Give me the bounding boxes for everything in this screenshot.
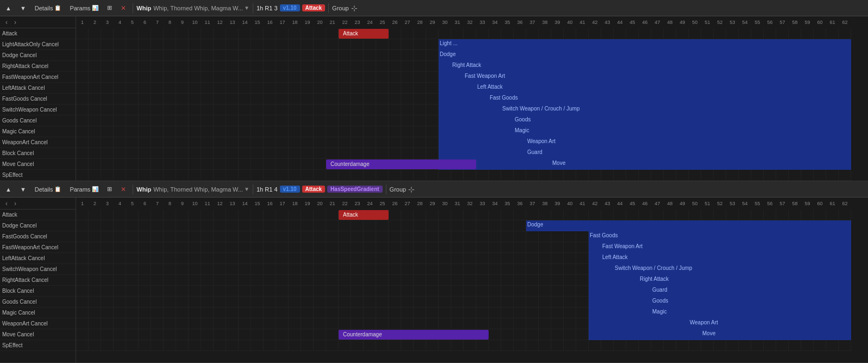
- chevron-down-icon-2: ▼: [20, 186, 26, 193]
- chevron-down-icon: ▼: [20, 5, 26, 11]
- panel-1-col-numbers: 1234567891011121314151617181920212223242…: [76, 16, 868, 28]
- collapse-down-btn-2[interactable]: ▼: [17, 183, 29, 195]
- timeline-row-12: [76, 340, 851, 351]
- attack-badge-1: Attack: [302, 4, 326, 11]
- col-num-7: 7: [151, 20, 164, 25]
- row-label-move-1: Move Cancel: [0, 159, 76, 170]
- panel-1: ▲ ▼ Details 📋 Params 📊 ⊞ ✕ Whip Whip,: [0, 0, 868, 181]
- grid-btn-2[interactable]: ⊞: [104, 183, 115, 195]
- row-label-attack-1: Attack: [0, 28, 76, 39]
- col-num-31: 31: [451, 201, 464, 206]
- row-label-attack-2: Attack: [0, 210, 76, 220]
- col-num-54: 54: [739, 20, 751, 25]
- attack-marker-1: Attack: [339, 29, 389, 39]
- collapse-up-btn-1[interactable]: ▲: [2, 2, 15, 14]
- cascade-p1-2: Right Attack: [452, 62, 481, 68]
- blue-fill-p1-r12: [439, 159, 851, 170]
- group-icon-2: ⊹: [408, 185, 415, 194]
- chart-icon-1: 📊: [92, 5, 98, 11]
- attack-id-2: 1h R1 4: [257, 186, 278, 193]
- col-num-2: 2: [89, 20, 101, 25]
- cascade-p1-4: Left Attack: [477, 84, 503, 90]
- next-btn-2[interactable]: ›: [11, 199, 20, 208]
- col-num-41: 41: [576, 201, 589, 206]
- cascade-p1-1: Dodge: [440, 51, 455, 57]
- col-num-5: 5: [126, 20, 139, 25]
- row-label-rightattack-1: RightAttack Cancel: [0, 61, 76, 72]
- col-num-55: 55: [751, 201, 764, 206]
- row-label-fastweaponart-1: FastWeaponArt Cancel: [0, 72, 76, 83]
- weapon-dropdown-1[interactable]: Whip, Thorned Whip, Magma W... ▼: [153, 5, 249, 11]
- params-btn-1[interactable]: Params 📊: [66, 2, 102, 14]
- col-num-59: 59: [801, 201, 814, 206]
- col-num-40: 40: [564, 20, 576, 25]
- params-label-2: Params: [70, 186, 90, 193]
- col-num-47: 47: [651, 20, 664, 25]
- collapse-up-btn-2[interactable]: ▲: [2, 183, 15, 195]
- panel-2-timeline-rows: AttackDodgeFast GoodsFast Weapon ArtLeft…: [76, 210, 851, 351]
- col-num-20: 20: [314, 20, 326, 25]
- col-num-56: 56: [764, 20, 776, 25]
- group-label-2: Group: [390, 186, 407, 193]
- chevron-up-icon: ▲: [5, 5, 11, 11]
- col-num-18: 18: [289, 201, 301, 206]
- blue-fill-p1-r2: [439, 50, 851, 61]
- row-label-speffect-1: SpEffect: [0, 170, 76, 181]
- col-num-45: 45: [626, 201, 639, 206]
- weapon-name-1: Whip, Thorned Whip, Magma W...: [153, 5, 243, 11]
- row-label-goods-1: Goods Cancel: [0, 115, 76, 126]
- col-num-60: 60: [814, 201, 826, 206]
- col-num-44: 44: [614, 20, 626, 25]
- blue-fill-p1-r8: [439, 115, 851, 126]
- grid-btn-1[interactable]: ⊞: [104, 2, 115, 14]
- close-btn-1[interactable]: ✕: [117, 2, 129, 14]
- cascade-p1-11: Move: [552, 160, 565, 166]
- panel-2-timeline: 1234567891011121314151617181920212223242…: [76, 198, 868, 362]
- col-num-2: 2: [89, 201, 101, 206]
- attack-marker-2: Attack: [339, 210, 389, 220]
- row-label-block-2: Block Cancel: [0, 286, 76, 297]
- blue-fill-p2-r8: [589, 297, 851, 307]
- collapse-down-btn-1[interactable]: ▼: [17, 2, 29, 14]
- col-num-35: 35: [501, 201, 514, 206]
- col-num-15: 15: [251, 201, 264, 206]
- col-num-6: 6: [139, 20, 151, 25]
- cascade-p1-0: Light ...: [440, 40, 458, 46]
- weapon-dropdown-2[interactable]: Whip, Thorned Whip, Magma W... ▼: [153, 186, 249, 193]
- close-icon-1: ✕: [121, 4, 126, 12]
- col-num-39: 39: [551, 201, 564, 206]
- details-btn-1[interactable]: Details 📋: [32, 2, 65, 14]
- col-num-4: 4: [114, 20, 126, 25]
- col-num-27: 27: [401, 20, 414, 25]
- col-num-50: 50: [689, 20, 701, 25]
- prev-btn-2[interactable]: ‹: [2, 199, 11, 208]
- col-num-57: 57: [776, 20, 789, 25]
- row-label-fastgoods-1: FastGoods Cancel: [0, 94, 76, 104]
- blue-fill-p2-r2: [589, 231, 851, 242]
- counterdamage-2: Counterdamage: [339, 330, 489, 340]
- blue-fill-p2-r10: [589, 318, 851, 329]
- next-btn-1[interactable]: ›: [11, 18, 20, 27]
- col-num-31: 31: [451, 20, 464, 25]
- params-btn-2[interactable]: Params 📊: [66, 183, 102, 195]
- sep-2: [253, 3, 253, 13]
- col-num-53: 53: [726, 201, 739, 206]
- cascade-p2-4: Switch Weapon / Crouch / Jump: [615, 265, 692, 271]
- prev-btn-1[interactable]: ‹: [2, 18, 11, 27]
- col-num-43: 43: [601, 20, 614, 25]
- col-num-32: 32: [464, 201, 476, 206]
- cascade-p1-10: Guard: [527, 149, 542, 155]
- col-num-20: 20: [314, 201, 326, 206]
- close-btn-2[interactable]: ✕: [117, 183, 129, 195]
- group-icon-1: ⊹: [351, 4, 358, 13]
- details-btn-2[interactable]: Details 📋: [32, 183, 65, 195]
- col-num-36: 36: [514, 201, 526, 206]
- col-num-6: 6: [139, 201, 151, 206]
- col-num-36: 36: [514, 20, 526, 25]
- cascade-p1-5: Fast Goods: [490, 95, 518, 101]
- cascade-p2-8: Magic: [652, 309, 667, 315]
- cascade-p1-9: Weapon Art: [527, 138, 555, 144]
- row-label-switchweapon-1: SwitchWeapon Cancel: [0, 104, 76, 115]
- col-num-34: 34: [489, 20, 501, 25]
- row-label-goods-2: Goods Cancel: [0, 297, 76, 307]
